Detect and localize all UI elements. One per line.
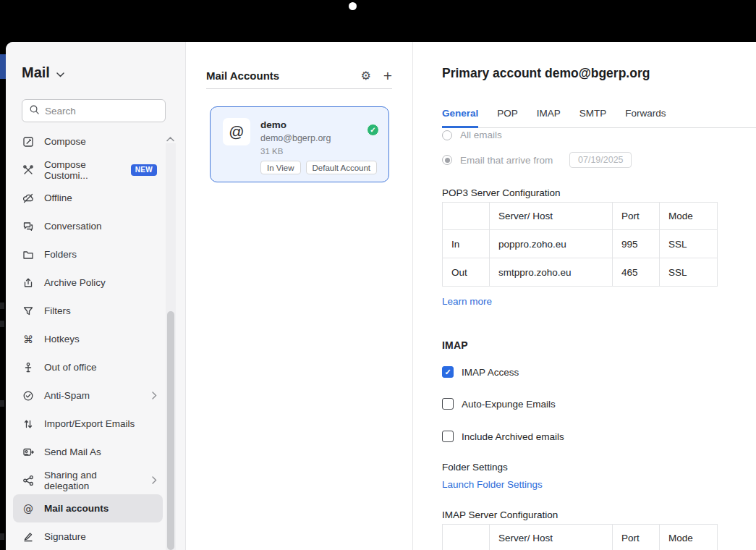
- sidebar-item-label: Anti-Spam: [44, 390, 90, 401]
- sidebar-item-signature[interactable]: Signature: [13, 522, 163, 550]
- app-switcher[interactable]: Mail: [22, 64, 64, 81]
- search-input[interactable]: [45, 106, 146, 117]
- chevron-right-icon: [152, 476, 157, 484]
- sidebar-item-sharing-delegation[interactable]: Sharing and delegation: [13, 466, 163, 494]
- checkbox-icon[interactable]: [442, 431, 454, 442]
- header-cell: [443, 525, 490, 550]
- sidebar-item-filters[interactable]: Filters: [13, 297, 163, 325]
- sidebar-item-label: Signature: [44, 531, 86, 542]
- account-card[interactable]: @ demo demo@bgerp.org 31 KB In View Defa…: [210, 106, 389, 182]
- account-avatar: @: [223, 118, 250, 145]
- sidebar-item-label: Out of office: [44, 362, 97, 373]
- folder-settings-label: Folder Settings: [442, 462, 756, 473]
- table-header-row: Server/ Host Port Mode: [443, 525, 718, 550]
- accounts-list-panel: Mail Accounts ⚙ + @ demo demo@bgerp.org …: [186, 42, 413, 550]
- chevron-down-icon: [56, 64, 64, 81]
- imap-section-heading: IMAP: [442, 339, 756, 351]
- sidebar-item-label: Compose Customi...: [44, 159, 119, 181]
- underlying-text-fragment: [0, 321, 4, 327]
- compose-icon: [22, 135, 35, 148]
- divider: [206, 88, 392, 89]
- sidebar-item-archive-policy[interactable]: Archive Policy: [13, 268, 163, 297]
- archive-icon: [22, 276, 35, 289]
- settings-nav: Compose Compose Customi... NEW Offline: [13, 127, 163, 550]
- arrive-from-option[interactable]: Email that arrive from: [442, 152, 756, 168]
- sidebar-item-send-mail-as[interactable]: Send Mail As: [13, 438, 163, 466]
- sidebar-item-folders[interactable]: Folders: [13, 240, 163, 268]
- sidebar-item-out-of-office[interactable]: Out of office: [13, 353, 163, 381]
- sidebar-item-compose-customization[interactable]: Compose Customi... NEW: [13, 156, 163, 184]
- accounts-panel-title: Mail Accounts: [206, 69, 279, 82]
- sidebar-item-label: Compose: [44, 136, 86, 147]
- pop3-config-heading: POP3 Server Configuration: [442, 187, 756, 198]
- send-mail-as-icon: [22, 446, 35, 459]
- sharing-icon: [22, 474, 35, 487]
- cell: In: [443, 230, 490, 258]
- account-size: 31 KB: [260, 147, 377, 156]
- arrive-date-field[interactable]: [569, 152, 632, 168]
- tab-general[interactable]: General: [442, 108, 478, 128]
- sidebar-item-offline[interactable]: Offline: [13, 184, 163, 212]
- imap-access-option[interactable]: IMAP Access: [442, 365, 756, 378]
- sidebar-item-label: Send Mail As: [44, 447, 101, 457]
- radio-icon[interactable]: [442, 130, 452, 140]
- cell: 465: [613, 258, 660, 287]
- out-of-office-icon: [22, 361, 35, 374]
- checkbox-label: IMAP Access: [462, 367, 519, 378]
- settings-panel: Mail Compose Compose Customi: [6, 42, 756, 550]
- sidebar-item-label: Offline: [44, 192, 72, 203]
- sidebar-item-label: Mail accounts: [44, 503, 109, 514]
- add-account-button[interactable]: +: [383, 70, 392, 82]
- table-row: In poppro.zoho.eu 995 SSL: [443, 230, 718, 258]
- conversation-icon: [22, 220, 35, 233]
- cell: 995: [613, 230, 660, 258]
- sidebar-item-label: Conversation: [44, 221, 102, 232]
- launch-folder-settings-link[interactable]: Launch Folder Settings: [442, 479, 543, 490]
- sidebar-item-label: Filters: [44, 305, 71, 316]
- learn-more-link[interactable]: Learn more: [442, 296, 492, 307]
- sidebar-item-hotkeys[interactable]: ⌘ Hotkeys: [13, 325, 163, 353]
- checkbox-icon[interactable]: [442, 398, 454, 410]
- sidebar-item-mail-accounts[interactable]: @ Mail accounts: [13, 494, 163, 522]
- in-view-badge: In View: [260, 161, 301, 174]
- filter-icon: [22, 305, 35, 318]
- underlying-text-fragment: [0, 400, 4, 407]
- table-row: Out smtppro.zoho.eu 465 SSL: [443, 258, 718, 287]
- sidebar-item-label: Archive Policy: [44, 277, 106, 288]
- page-title: Primary account demo@bgerp.org: [442, 66, 756, 81]
- checkbox-label: Auto-Expunge Emails: [462, 399, 556, 410]
- antispam-icon: [22, 389, 35, 402]
- header-cell: [443, 203, 490, 230]
- account-detail-panel: Primary account demo@bgerp.org General P…: [413, 42, 756, 550]
- cell: Out: [443, 258, 490, 287]
- search-icon: [29, 104, 40, 118]
- import-export-icon: [22, 418, 35, 431]
- sidebar-item-conversation[interactable]: Conversation: [13, 212, 163, 240]
- tab-pop[interactable]: POP: [497, 108, 518, 127]
- sidebar-item-import-export[interactable]: Import/Export Emails: [13, 410, 163, 438]
- table-header-row: Server/ Host Port Mode: [443, 203, 718, 230]
- imap-config-heading: IMAP Server Configuration: [442, 509, 756, 520]
- signature-icon: [22, 530, 35, 543]
- search-box[interactable]: [22, 99, 166, 122]
- auto-expunge-option[interactable]: Auto-Expunge Emails: [442, 397, 756, 410]
- app-title: Mail: [22, 64, 50, 81]
- folders-icon: [22, 248, 35, 261]
- header-cell: Server/ Host: [490, 525, 613, 550]
- sidebar-item-anti-spam[interactable]: Anti-Spam: [13, 381, 163, 410]
- tab-forwards[interactable]: Forwards: [625, 108, 666, 127]
- header-cell: Mode: [660, 525, 718, 550]
- imap-config-table: Server/ Host Port Mode: [442, 524, 718, 550]
- sidebar-item-compose[interactable]: Compose: [13, 127, 163, 156]
- gear-icon[interactable]: ⚙: [360, 69, 370, 82]
- tab-smtp[interactable]: SMTP: [579, 108, 607, 127]
- sidebar-scrollbar-thumb[interactable]: [167, 311, 174, 550]
- include-archived-option[interactable]: Include Archived emails: [442, 430, 756, 443]
- radio-label: Email that arrive from: [460, 155, 553, 166]
- tab-imap[interactable]: IMAP: [537, 108, 561, 127]
- radio-icon[interactable]: [442, 155, 452, 165]
- chevron-right-icon: [152, 392, 157, 399]
- account-name: demo: [260, 119, 377, 130]
- all-emails-option[interactable]: All emails: [442, 130, 756, 140]
- checkbox-checked-icon[interactable]: [442, 366, 454, 378]
